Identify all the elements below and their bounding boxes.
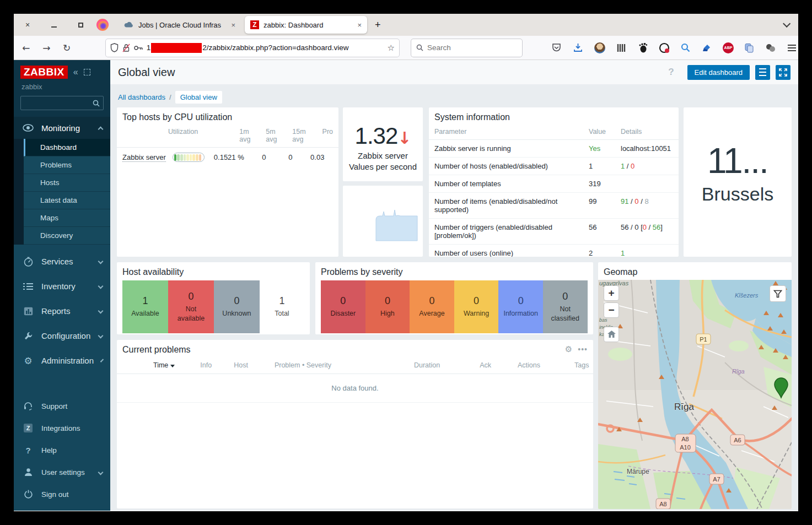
sidebar-section-monitoring[interactable]: Monitoring [14,117,110,139]
chevron-down-icon [98,284,104,289]
sort-desc-icon [170,365,175,367]
svg-text:A10: A10 [680,444,691,451]
sidebar-search-input[interactable] [20,96,104,110]
clipboard-extension-icon[interactable] [743,42,755,54]
sidebar-section-services[interactable]: Services [14,249,110,274]
map-zoom-out-button[interactable]: − [604,302,619,318]
column-time[interactable]: Time [153,361,175,369]
fence-extension-icon[interactable] [615,42,627,54]
widget-settings-gear-icon[interactable]: ⚙ [565,344,572,354]
downloads-icon[interactable] [572,42,584,54]
tab-oracle-jobs[interactable]: Jobs | Oracle Cloud Infras × [119,16,241,34]
svg-text:A8: A8 [659,501,666,507]
forward-button[interactable]: → [39,40,55,56]
road-badge-a8-south: A8 [656,499,670,509]
search-input[interactable] [427,44,510,52]
severity-high: 0High [365,280,410,333]
fullscreen-button[interactable] [776,65,791,80]
privacy-badger-icon[interactable] [658,42,670,54]
tab-close-icon[interactable]: × [357,21,362,29]
window-close-button[interactable]: × [20,18,35,32]
zabbix-logo[interactable]: ZABBIX [20,66,68,79]
map-home-button[interactable] [604,327,619,342]
sidebar-item-dashboard[interactable]: Dashboard [24,139,110,156]
reload-button[interactable]: ↻ [59,40,75,56]
tab-zabbix-dashboard[interactable]: Z zabbix: Dashboard × [245,16,367,34]
chevron-down-icon [98,259,104,264]
shield-icon[interactable] [110,43,119,52]
map-canvas[interactable]: ugavgrīvas bas ineklis ka Kīšezers Rīga … [598,280,792,509]
column-info[interactable]: Info [200,361,212,369]
map-label-lake: Kīšezers [735,292,759,299]
browser-window: × Jobs | Oracle Cloud Infras × Z zabbix:… [14,14,798,511]
url-bar[interactable]: 12/zabbix/zabbix.php?action=dashboard.vi… [106,39,399,57]
insecure-lock-icon[interactable] [122,44,130,52]
column-host[interactable]: Host [234,361,248,369]
dashboard-list-button[interactable] [755,65,770,80]
search-extension-icon[interactable] [680,42,692,54]
firefox-logo-icon [96,19,109,31]
browser-titlebar: × Jobs | Oracle Cloud Infras × Z zabbix:… [14,14,798,36]
collapse-sidebar-icon[interactable]: « [73,67,78,77]
sidebar-item-maps[interactable]: Maps [24,209,110,227]
map-label-marupe: Mārupe [627,468,649,475]
window-minimize-button[interactable] [47,18,61,32]
map-label-riga-city: Rīga [674,402,694,412]
breadcrumb-global-view[interactable]: Global view [175,91,222,104]
map-zoom-in-button[interactable]: + [604,285,619,301]
sidebar-section-inventory[interactable]: Inventory [14,274,110,299]
headset-icon [23,402,34,410]
menu-icon[interactable] [786,42,798,54]
widget-values-per-second: 1.32↓ Zabbix serverValues per second [343,107,423,181]
widget-geomap: Geomap [598,262,792,509]
url-text[interactable]: 12/zabbix/zabbix.php?action=dashboard.vi… [147,43,384,53]
clear-cache-brush-icon[interactable] [701,42,713,54]
sidebar-item-user-settings[interactable]: User settings [14,461,110,483]
sidebar-item-support[interactable]: Support [14,395,110,417]
sidebar-item-help[interactable]: ? Help [14,439,110,461]
sidebar-section-administration[interactable]: ⚙ Administration [14,348,110,373]
adblock-plus-icon[interactable]: ABP [723,42,734,53]
pocket-icon[interactable] [551,42,563,54]
spheres-extension-icon[interactable] [765,42,777,54]
sidebar-item-integrations[interactable]: Z Integrations [14,417,110,439]
gear-icon: ⚙ [23,355,34,366]
column-problem-severity[interactable]: Problem • Severity [275,361,331,369]
edit-dashboard-button[interactable]: Edit dashboard [687,65,750,80]
availability-not-available: 0Not available [168,280,214,333]
column-ack[interactable]: Ack [480,361,491,369]
gnome-foot-icon[interactable] [637,42,649,54]
map-filter-button[interactable] [770,285,786,302]
sidebar-item-latest-data[interactable]: Latest data [24,192,110,209]
kiosk-mode-icon[interactable] [84,69,90,75]
breadcrumb: All dashboards / Global view [118,91,222,104]
column-tags[interactable]: Tags [574,361,589,369]
new-tab-button[interactable]: + [375,19,381,31]
sidebar-section-configuration[interactable]: Configuration [14,323,110,348]
profile-avatar[interactable] [594,42,606,54]
table-row: Number of hosts (enabled/disabled) 1 1 /… [429,158,679,175]
sidebar-item-discovery[interactable]: Discovery [24,227,110,245]
search-bar[interactable] [411,39,522,57]
breadcrumb-all-dashboards[interactable]: All dashboards [118,93,165,101]
back-button[interactable]: ← [18,40,34,56]
sidebar-item-hosts[interactable]: Hosts [24,174,110,192]
host-link[interactable]: Zabbix server [122,153,166,162]
zabbix-sidebar: ZABBIX « zabbix Monitoring Dashboard Pro… [14,60,110,511]
bookmark-star-icon[interactable]: ☆ [388,43,395,53]
home-icon [607,331,616,338]
key-icon[interactable] [134,45,143,51]
tab-close-icon[interactable]: × [231,21,235,29]
widget-clock: 11... Brussels [684,107,792,257]
column-actions[interactable]: Actions [518,361,540,369]
sidebar-section-reports[interactable]: Reports [14,299,110,323]
list-tabs-chevron-icon[interactable] [783,20,791,28]
window-maximize-button[interactable] [73,18,88,32]
widget-menu-ellipsis-icon[interactable]: ••• [578,345,588,354]
help-icon[interactable]: ? [668,67,674,78]
sidebar-item-sign-out[interactable]: Sign out [14,483,110,505]
map-label-riga-region: Rīga [732,368,745,375]
sidebar-item-problems[interactable]: Problems [24,156,110,174]
column-duration[interactable]: Duration [414,361,440,369]
svg-text:A7: A7 [713,476,720,483]
